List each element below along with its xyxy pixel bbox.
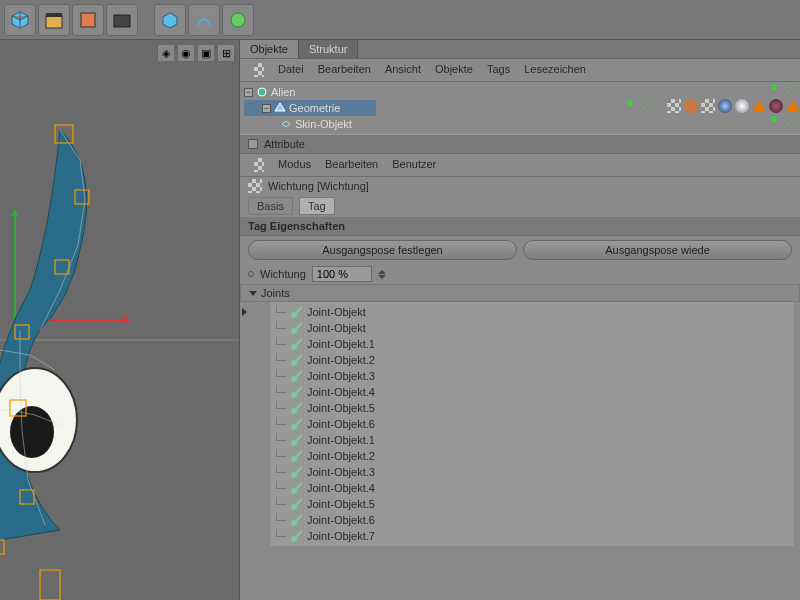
joints-list: Joint-ObjektJoint-ObjektJoint-Objekt.1Jo…	[270, 302, 794, 546]
spline-tool-icon[interactable]	[188, 4, 220, 36]
menu-mode[interactable]: Modus	[278, 158, 311, 172]
tree-line-icon	[276, 401, 286, 409]
expand-icon[interactable]: −	[244, 88, 253, 97]
reset-bind-pose-button[interactable]: Ausgangspose wiede	[523, 240, 792, 260]
joints-section-header[interactable]: Joints	[240, 284, 800, 302]
menu-view[interactable]: Ansicht	[385, 63, 421, 77]
menu-file[interactable]: Datei	[278, 63, 304, 77]
viewport-nav-1-icon[interactable]: ◈	[157, 44, 175, 62]
visibility-dot-icon[interactable]	[627, 100, 633, 106]
tree-line-icon	[276, 481, 286, 489]
tree-line-icon	[276, 321, 286, 329]
menu-bookmarks[interactable]: Lesezeichen	[524, 63, 586, 77]
joint-list-item[interactable]: Joint-Objekt.1	[270, 432, 794, 448]
subtab-tag[interactable]: Tag	[299, 197, 335, 215]
tree-item-geometrie[interactable]: − Geometrie	[244, 100, 376, 116]
expand-triangle-icon[interactable]	[242, 308, 251, 316]
set-bind-pose-button[interactable]: Ausgangspose festlegen	[248, 240, 517, 260]
joint-list-item[interactable]: Joint-Objekt.6	[270, 416, 794, 432]
joint-list-item[interactable]: Joint-Objekt.1	[270, 336, 794, 352]
joint-icon	[290, 482, 303, 495]
menu-edit[interactable]: Bearbeiten	[318, 63, 371, 77]
tree-line-icon	[276, 433, 286, 441]
cube-tool-icon[interactable]	[4, 4, 36, 36]
viewport-nav-3-icon[interactable]: ▣	[197, 44, 215, 62]
joint-label: Joint-Objekt.1	[307, 338, 375, 350]
joint-list-item[interactable]: Joint-Objekt	[270, 320, 794, 336]
attribute-panel-header: Attribute	[240, 134, 800, 154]
primitive-cube-icon[interactable]	[154, 4, 186, 36]
weight-spinner[interactable]	[378, 270, 388, 279]
svg-rect-3	[114, 15, 130, 27]
layout-grip-icon[interactable]	[254, 158, 264, 172]
tree-item-alien[interactable]: − Alien	[244, 84, 376, 100]
lock-checkbox[interactable]	[248, 139, 258, 149]
material-tag-icon[interactable]	[718, 99, 732, 113]
weight-input[interactable]: 100 %	[312, 266, 372, 282]
nurbs-tool-icon[interactable]	[222, 4, 254, 36]
tree-label: Geometrie	[289, 102, 340, 114]
joint-icon	[290, 466, 303, 479]
tree-line-icon	[276, 305, 286, 313]
joint-list-item[interactable]: Joint-Objekt.2	[270, 448, 794, 464]
warning-tag-icon[interactable]	[752, 99, 766, 113]
joint-icon	[290, 514, 303, 527]
enable-check-icon[interactable]: ✓	[785, 84, 794, 97]
top-toolbar	[0, 0, 800, 40]
joint-list-item[interactable]: Joint-Objekt.5	[270, 496, 794, 512]
tab-structure[interactable]: Struktur	[299, 40, 359, 58]
joint-list-item[interactable]: Joint-Objekt.2	[270, 352, 794, 368]
tag-icon[interactable]	[684, 99, 698, 113]
svg-rect-1	[46, 13, 62, 17]
weight-tag-icon[interactable]	[667, 99, 681, 113]
texture-tag-icon[interactable]	[701, 99, 715, 113]
weight-field-row: Wichtung 100 %	[240, 264, 800, 284]
menu-edit-attr[interactable]: Bearbeiten	[325, 158, 378, 172]
subtab-basis[interactable]: Basis	[248, 197, 293, 215]
warning-tag-icon[interactable]	[786, 99, 800, 113]
tree-item-skin[interactable]: Skin-Objekt	[244, 116, 376, 132]
skin-object-icon	[280, 118, 292, 130]
menu-tags[interactable]: Tags	[487, 63, 510, 77]
material-tag-icon[interactable]	[769, 99, 783, 113]
collapse-triangle-icon[interactable]	[249, 291, 257, 296]
object-tree: − Alien − Geometrie Skin-Objekt	[240, 82, 380, 134]
anim-dot-icon[interactable]	[248, 271, 254, 277]
object-menu-bar: Datei Bearbeiten Ansicht Objekte Tags Le…	[240, 59, 800, 82]
visibility-dot-icon[interactable]	[771, 116, 777, 122]
viewport-nav-2-icon[interactable]: ◉	[177, 44, 195, 62]
attribute-title: Attribute	[264, 138, 305, 150]
enable-check-icon[interactable]: ✓	[785, 116, 794, 129]
clapboard-icon[interactable]	[38, 4, 70, 36]
joint-icon	[290, 530, 303, 543]
tab-objects[interactable]: Objekte	[240, 40, 299, 58]
weight-label: Wichtung	[260, 268, 306, 280]
joint-list-item[interactable]: Joint-Objekt.3	[270, 368, 794, 384]
joint-list-item[interactable]: Joint-Objekt	[270, 304, 794, 320]
tree-line-icon	[276, 385, 286, 393]
tree-label: Skin-Objekt	[295, 118, 352, 130]
svg-rect-0	[46, 16, 62, 28]
viewport-3d[interactable]: ◈ ◉ ▣ ⊞	[0, 40, 240, 600]
joint-list-item[interactable]: Joint-Objekt.6	[270, 512, 794, 528]
menu-objects[interactable]: Objekte	[435, 63, 473, 77]
tree-line-icon	[276, 497, 286, 505]
visibility-dot-icon[interactable]	[771, 84, 777, 90]
viewport-nav-4-icon[interactable]: ⊞	[217, 44, 235, 62]
tree-label: Alien	[271, 86, 295, 98]
joint-icon	[290, 370, 303, 383]
menu-user[interactable]: Benutzer	[392, 158, 436, 172]
material-tag-icon[interactable]	[735, 99, 749, 113]
joint-list-item[interactable]: Joint-Objekt.4	[270, 384, 794, 400]
enable-check-icon[interactable]: ✓	[641, 100, 650, 113]
joint-list-item[interactable]: Joint-Objekt.3	[270, 464, 794, 480]
joint-list-item[interactable]: Joint-Objekt.4	[270, 480, 794, 496]
layout-grip-icon[interactable]	[254, 63, 264, 77]
expand-icon[interactable]: −	[262, 104, 271, 113]
joints-label: Joints	[261, 287, 290, 299]
joint-list-item[interactable]: Joint-Objekt.7	[270, 528, 794, 544]
tree-line-icon	[276, 369, 286, 377]
film-icon[interactable]	[72, 4, 104, 36]
render-icon[interactable]	[106, 4, 138, 36]
joint-list-item[interactable]: Joint-Objekt.5	[270, 400, 794, 416]
